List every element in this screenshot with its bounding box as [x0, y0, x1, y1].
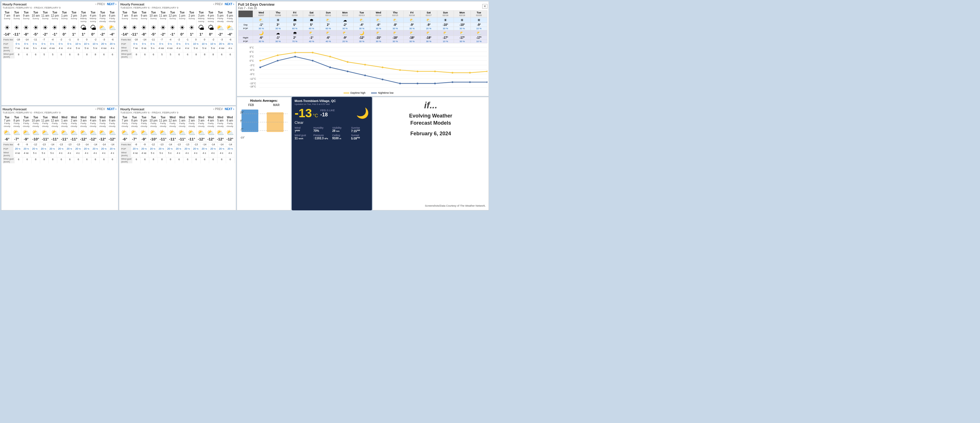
- ov-night-icon: ⛅: [471, 31, 487, 35]
- fc-day: Tue: [130, 11, 138, 14]
- fc-temp: -11°: [60, 137, 68, 141]
- nav-buttons-br[interactable]: ‹ PREV NEXT ›: [213, 108, 235, 111]
- pop-cell: 20 %: [226, 147, 235, 151]
- fc-time: 2 pm: [188, 14, 196, 17]
- ov-day-icon-cell: 🌧: [303, 17, 320, 23]
- gust-cell: 6: [192, 157, 200, 163]
- next-btn-bl[interactable]: NEXT ›: [107, 108, 116, 111]
- wind-label: Wind(km/h): [120, 151, 131, 157]
- ov-night-icon-cell: ⛅: [404, 30, 420, 35]
- ov-day-name: Sun: [438, 11, 453, 14]
- ov-day-pop: 60 %: [304, 27, 319, 30]
- chart-area: 9°C 6°C 3°C 0°C -3°C -6°C -9°C -12°C -15…: [238, 43, 487, 95]
- feels-cell: 0: [200, 38, 209, 41]
- ov-night-icon: ⛅: [320, 31, 336, 35]
- wind-cell: 4 W: [56, 46, 65, 52]
- prev-btn-tl[interactable]: ‹ PREV: [95, 3, 105, 6]
- feels-cell: -9: [140, 142, 149, 146]
- ov-day-pop: 30 %: [354, 27, 370, 30]
- ov-day-icon-cell: ☀: [453, 17, 470, 23]
- wind-cell: 4 E: [91, 151, 100, 157]
- feels-cell: -13: [175, 142, 183, 146]
- ov-day-date: 02/18: [438, 14, 453, 17]
- ov-day-date: 02/17: [421, 14, 436, 17]
- fc-condition: Mainly sunny: [197, 17, 205, 24]
- ov-day-temp-cell: -6°: [370, 23, 387, 27]
- prev-btn[interactable]: ‹ PREV: [213, 3, 223, 6]
- pop-cell: 20 %: [39, 147, 48, 151]
- ov-day-icon: ☀: [270, 18, 286, 22]
- nav-buttons[interactable]: ‹ PREV NEXT ›: [213, 3, 235, 6]
- wind-cell: 7 NE: [131, 46, 140, 52]
- ov-night-pop-cell: 10 %: [471, 40, 487, 43]
- wind-cell: 4 NW: [39, 46, 48, 52]
- wind-cell: 4 E: [200, 151, 209, 157]
- ov-night-pop: 30 %: [371, 40, 386, 43]
- fc-time: 3 pm: [80, 14, 88, 17]
- visibility-value: 28 km: [332, 129, 350, 132]
- fc-icon: ⛅: [108, 24, 116, 32]
- ov-night-pop-cell: 10 %: [437, 40, 453, 43]
- cw-condition: Clear: [294, 120, 369, 125]
- gust-cell: 6: [100, 157, 108, 163]
- fc-icon: ⛅: [32, 129, 40, 137]
- pop-cell: 0 %: [131, 42, 140, 46]
- nav-buttons-bl[interactable]: ‹ PREV NEXT ›: [95, 108, 117, 111]
- ov-day-pop-cell: 30 %: [370, 27, 387, 30]
- close-button[interactable]: ✕: [482, 4, 487, 9]
- wind-cell: 4 NE: [131, 151, 140, 157]
- fc-day: Tue: [12, 11, 21, 14]
- forecast-col: Tue 4 pm Mainly sunny 🌤 0°: [206, 10, 215, 37]
- ov-night-icon-cell: ⛅: [387, 30, 403, 35]
- ov-night-temp: -15°: [371, 36, 386, 39]
- nav-buttons-tl[interactable]: ‹ PREV NEXT ›: [95, 3, 117, 6]
- prev-btn-bl[interactable]: ‹ PREV: [95, 108, 105, 111]
- ov-day-icon: ☁: [337, 18, 353, 22]
- ov-night-temp-cell: -15°: [370, 35, 387, 40]
- fc-condition: Mainly sunny: [80, 17, 88, 24]
- forecast-col: Wed 4 am Partly cloudy ⛅ -12°: [89, 115, 98, 142]
- pop-cell: 10 %: [192, 42, 200, 46]
- fc-icon: ⛅: [197, 129, 205, 137]
- ov-night-pop: 20 %: [337, 40, 353, 43]
- ov-day-icon: ⛅: [404, 18, 420, 22]
- fc-icon: ⛅: [70, 129, 78, 137]
- next-btn-tl[interactable]: NEXT ›: [107, 3, 116, 6]
- night-dot: [487, 81, 487, 83]
- fc-day: Wed: [207, 116, 215, 119]
- fc-time: 2 am: [70, 119, 78, 122]
- fc-day: Tue: [60, 11, 68, 14]
- ov-day-pop: 10 %: [471, 27, 487, 30]
- pop-label: POP: [3, 147, 13, 151]
- ov-day-header: Thu 02/15: [387, 11, 403, 17]
- day-dot: [312, 52, 313, 54]
- wind-cell: 4 E: [100, 151, 108, 157]
- ov-day-temp: 5°: [304, 23, 319, 26]
- gust-cell: 6: [14, 157, 23, 163]
- ov-night-icon: ⛅: [371, 31, 386, 35]
- feels-cell: -3: [100, 38, 108, 41]
- gust-cell: 5: [158, 52, 167, 59]
- fc-icon: ⛅: [12, 129, 21, 137]
- wind-cell: 4 NE: [140, 151, 148, 157]
- next-btn[interactable]: NEXT ›: [225, 3, 234, 6]
- fc-condition: Partly cloudy: [60, 122, 68, 129]
- fc-icon: ⛅: [121, 129, 129, 137]
- prev-btn-br[interactable]: ‹ PREV: [213, 108, 223, 111]
- ov-night-pop-cell: 40 %: [303, 40, 320, 43]
- fc-time: 1 am: [178, 119, 186, 122]
- pressure-label: Pressure: [313, 134, 331, 137]
- fc-condition: Sunny: [32, 17, 40, 24]
- ov-day-pop-cell: 60 %: [320, 27, 336, 30]
- cw-humidity: Humidity 70%: [313, 126, 331, 133]
- pop-cell: 20 %: [192, 147, 200, 151]
- next-btn-br[interactable]: NEXT ›: [225, 108, 234, 111]
- ov-night-icon-cell: 🌙: [253, 30, 269, 35]
- ov-day-pop-cell: 30 %: [404, 27, 420, 30]
- fc-condition: Partly cloudy: [140, 122, 148, 129]
- ov-day-name: Wed: [371, 11, 386, 14]
- feels-cell: -2: [175, 38, 183, 41]
- fc-temp: -12°: [98, 137, 107, 141]
- day-dot: [399, 69, 401, 71]
- fc-time: 3 am: [197, 119, 205, 122]
